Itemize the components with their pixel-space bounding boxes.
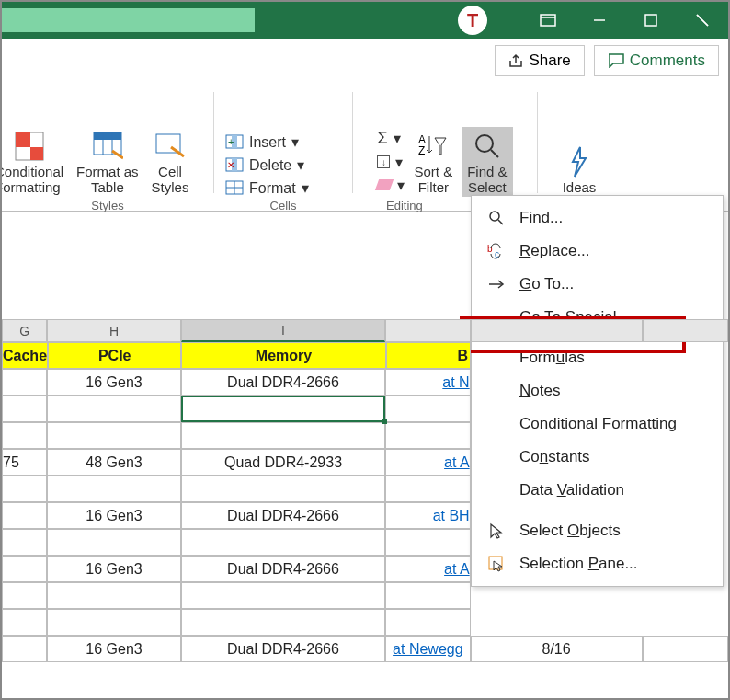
chevron-down-icon: ▾ — [302, 179, 309, 197]
cell[interactable] — [2, 422, 47, 449]
col-header-J[interactable] — [385, 319, 470, 342]
cell[interactable] — [2, 396, 47, 422]
cell[interactable] — [181, 582, 385, 609]
cell[interactable] — [47, 476, 181, 502]
cell[interactable]: Dual DDR4-2666 — [181, 369, 385, 396]
cell[interactable] — [2, 529, 47, 556]
ribbon-display-options-button[interactable] — [522, 2, 574, 39]
cell[interactable]: Quad DDR4-2933 — [181, 449, 385, 476]
cell[interactable] — [2, 556, 47, 582]
cell[interactable]: 16 Gen3 — [47, 636, 181, 662]
cell[interactable]: Dual DDR4-2666 — [181, 636, 385, 662]
cell[interactable] — [2, 369, 47, 396]
cell[interactable]: 48 Gen3 — [47, 449, 181, 476]
cell-link[interactable]: at A — [385, 556, 471, 582]
clear-button[interactable]: ▾ — [377, 177, 405, 194]
conditional-formatting-button[interactable]: Conditional Formatting — [0, 127, 69, 198]
cell[interactable] — [47, 529, 181, 556]
eraser-icon — [375, 179, 394, 190]
cell[interactable] — [2, 582, 47, 609]
spreadsheet[interactable]: G H I Cache PCIe Memory B 16 Gen3 Dual D… — [2, 241, 728, 698]
cell-link[interactable]: at Newegg — [385, 636, 470, 662]
insert-button[interactable]: + Insert ▾ — [225, 133, 309, 151]
column-headers[interactable]: G H I — [2, 319, 728, 342]
cell[interactable] — [181, 529, 385, 556]
cell[interactable] — [2, 502, 47, 529]
selected-cell[interactable] — [181, 396, 385, 422]
cell[interactable] — [181, 609, 385, 636]
delete-button[interactable]: ✕ Delete ▾ — [225, 156, 309, 174]
table-icon — [90, 129, 125, 164]
cell[interactable] — [385, 582, 471, 609]
minimize-button[interactable] — [574, 2, 625, 39]
format-as-table-button[interactable]: Format as Table — [71, 127, 144, 198]
svg-rect-7 — [16, 132, 30, 147]
cell[interactable] — [2, 609, 47, 636]
cell[interactable] — [385, 476, 471, 502]
cell[interactable]: 16 Gen3 — [47, 556, 181, 582]
cell-link[interactable]: at BH — [385, 502, 471, 529]
fill-button[interactable]: ↓▾ — [377, 154, 405, 171]
format-button[interactable]: Format ▾ — [225, 179, 309, 197]
format-label: Format — [249, 180, 296, 197]
cell-link[interactable]: at A — [385, 449, 471, 476]
titlebar-highlight — [2, 8, 255, 32]
cell[interactable] — [643, 636, 728, 662]
header-cache[interactable]: Cache — [2, 342, 48, 369]
cells-group-label: Cells — [270, 199, 297, 212]
maximize-button[interactable] — [625, 2, 677, 39]
header-b[interactable]: B — [386, 342, 471, 369]
comments-button[interactable]: Comments — [594, 45, 719, 76]
cell[interactable] — [2, 476, 47, 502]
cell[interactable]: 16 Gen3 — [47, 369, 181, 396]
cell[interactable] — [385, 422, 471, 449]
col-header-K[interactable] — [471, 319, 643, 342]
grid[interactable]: Cache PCIe Memory B 16 Gen3 Dual DDR4-26… — [2, 342, 728, 662]
sort-filter-icon: AZ — [416, 129, 451, 164]
ideas-button[interactable]: Ideas — [556, 143, 602, 197]
col-header-L[interactable] — [643, 319, 728, 342]
col-header-G[interactable]: G — [2, 319, 47, 342]
cell[interactable] — [385, 529, 471, 556]
format-cells-icon — [225, 180, 244, 197]
cell[interactable]: Dual DDR4-2666 — [181, 556, 385, 582]
find-select-label: Find & Select — [467, 164, 507, 196]
cell-styles-button[interactable]: Cell Styles — [146, 127, 195, 198]
cell[interactable] — [385, 396, 471, 422]
styles-group-label: Styles — [91, 199, 123, 212]
cell[interactable] — [47, 582, 181, 609]
share-button[interactable]: Share — [495, 45, 584, 76]
lightning-icon — [562, 144, 597, 179]
header-memory[interactable]: Memory — [181, 342, 385, 369]
cell[interactable]: 8/16 — [471, 636, 643, 662]
sort-filter-button[interactable]: AZ Sort & Filter — [408, 127, 458, 198]
menu-find[interactable]: Find... — [472, 201, 723, 235]
cell[interactable] — [47, 422, 181, 449]
cell[interactable] — [181, 422, 385, 449]
ideas-label: Ideas — [563, 179, 597, 195]
cell[interactable]: Dual DDR4-2666 — [181, 502, 385, 529]
share-label: Share — [529, 52, 570, 70]
cell[interactable] — [2, 636, 47, 662]
cell-link[interactable]: at N — [385, 369, 471, 396]
insert-cells-icon: + — [225, 134, 244, 151]
find-select-button[interactable]: Find & Select — [462, 127, 512, 198]
col-header-I[interactable]: I — [181, 319, 385, 342]
cell[interactable]: 16 Gen3 — [47, 502, 181, 529]
autosum-button[interactable]: Σ▾ — [377, 129, 405, 148]
format-as-table-label: Format as Table — [76, 164, 139, 196]
cell[interactable] — [385, 609, 471, 636]
svg-rect-8 — [30, 147, 43, 160]
close-button[interactable] — [677, 2, 728, 39]
cell[interactable] — [47, 609, 181, 636]
header-pcie[interactable]: PCIe — [48, 342, 181, 369]
magnifier-icon — [470, 129, 505, 164]
cell-styles-label: Cell Styles — [152, 164, 189, 196]
conditional-formatting-label: Conditional Formatting — [0, 164, 63, 196]
cell[interactable] — [47, 396, 181, 422]
app-logo-icon: T — [458, 6, 487, 35]
col-header-H[interactable]: H — [47, 319, 181, 342]
cell[interactable] — [181, 476, 385, 502]
magnifier-icon — [486, 210, 507, 226]
cell[interactable]: 75 — [2, 449, 47, 476]
